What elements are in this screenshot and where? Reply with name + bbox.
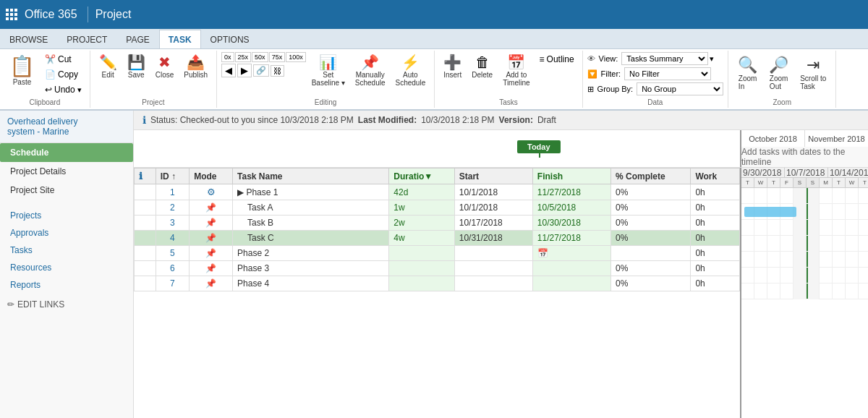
cell-mode: 📌 — [190, 261, 233, 276]
gantt-bar — [744, 207, 796, 217]
filter-select[interactable]: No Filter — [624, 67, 711, 80]
add-to-timeline-icon: 📅 — [507, 55, 525, 69]
cell-info — [135, 231, 156, 246]
gantt-cell — [780, 188, 793, 204]
col-header-work[interactable]: Work — [691, 169, 740, 184]
cell-info — [135, 276, 156, 291]
scale-50x-btn[interactable]: 50x — [252, 52, 268, 62]
cell-name[interactable]: Phase 2 — [233, 246, 389, 261]
paste-button[interactable]: 📋 Paste — [4, 52, 40, 88]
data-items: 👁 View: Tasks Summary ▾ 🔽 Filter: No Fil… — [587, 52, 724, 97]
edit-links-label: EDIT LINKS — [17, 299, 64, 310]
group-select[interactable]: No Group — [637, 82, 723, 95]
zoom-in-button[interactable]: 🔍 ZoomIn — [733, 52, 762, 94]
zoom-out-button[interactable]: 🔎 ZoomOut — [764, 52, 793, 94]
zoom-items: 🔍 ZoomIn 🔎 ZoomOut ⇥ Scroll toTask — [733, 52, 831, 97]
table-row[interactable]: 5 📌 Phase 2 📅 0h — [135, 246, 740, 261]
sidebar-link-tasks[interactable]: Tasks — [0, 242, 133, 259]
task-table: ℹ ID ↑ Mode Task Name Duratio▼ Start Fin… — [134, 168, 740, 291]
sidebar-link-projects[interactable]: Projects — [0, 207, 133, 224]
tab-page[interactable]: PAGE — [116, 30, 158, 48]
cell-name[interactable]: Task A — [233, 200, 389, 216]
close-button[interactable]: ✖ Close — [151, 52, 179, 82]
col-header-finish[interactable]: Finish — [532, 169, 610, 184]
add-to-timeline-button[interactable]: 📅 Add toTimeline — [498, 52, 534, 90]
sidebar-item-project-site[interactable]: Project Site — [0, 181, 133, 200]
col-header-duration[interactable]: Duratio▼ — [389, 169, 454, 184]
set-baseline-button[interactable]: 📊 SetBaseline ▾ — [307, 52, 349, 90]
table-row[interactable]: 4 📌 Task C 4w 10/31/2018 11/27/2018 0% 0… — [135, 231, 740, 246]
app-grid-icon[interactable] — [6, 9, 19, 20]
id-link[interactable]: 4 — [170, 233, 175, 243]
id-link[interactable]: 3 — [170, 218, 175, 228]
publish-button[interactable]: 📤 Publish — [179, 52, 212, 82]
delete-icon: 🗑 — [475, 55, 490, 69]
sidebar-item-project-details[interactable]: Project Details — [0, 162, 133, 181]
id-link[interactable]: 1 — [170, 187, 175, 197]
table-row[interactable]: 7 📌 Phase 4 0% 0h — [135, 276, 740, 291]
gantt-cell — [754, 252, 767, 268]
date-picker-icon[interactable]: 📅 — [537, 248, 548, 258]
table-row[interactable]: 1 ⚙ ▶ Phase 1 42d 10/1/2018 11/27/2018 0… — [135, 184, 740, 200]
pin-row-icon: 📌 — [205, 218, 216, 228]
tab-browse[interactable]: BROWSE — [0, 30, 57, 48]
auto-schedule-button[interactable]: ⚡ AutoSchedule — [391, 52, 430, 90]
sidebar-item-schedule[interactable]: Schedule — [0, 143, 133, 162]
filter-row: 🔽 Filter: No Filter — [587, 67, 724, 80]
cell-name[interactable]: ▶ Phase 1 — [233, 184, 389, 200]
scale-25x-btn[interactable]: 25x — [235, 52, 252, 62]
tab-task[interactable]: TASK — [159, 30, 201, 48]
col-header-name[interactable]: Task Name — [233, 169, 389, 184]
cell-info — [135, 216, 156, 231]
id-link[interactable]: 7 — [170, 278, 175, 289]
undo-button[interactable]: ↩ Undo▾ — [41, 82, 85, 97]
id-link[interactable]: 6 — [170, 263, 175, 273]
col-header-id[interactable]: ID ↑ — [156, 169, 189, 184]
manually-schedule-button[interactable]: 📌 ManuallySchedule — [351, 52, 390, 90]
today-label[interactable]: Today — [517, 140, 561, 153]
sidebar-link-resources[interactable]: Resources — [0, 259, 133, 276]
edit-button[interactable]: ✏️ Edit — [95, 52, 122, 82]
table-row[interactable]: 3 📌 Task B 2w 10/17/2018 10/30/2018 0% 0… — [135, 216, 740, 231]
id-link[interactable]: 2 — [170, 202, 175, 213]
sidebar-link-approvals[interactable]: Approvals — [0, 224, 133, 242]
scale-0x-btn[interactable]: 0x — [221, 52, 234, 62]
edit-links-button[interactable]: ✏ EDIT LINKS — [0, 294, 133, 315]
col-header-pct[interactable]: % Complete — [610, 169, 690, 184]
scroll-to-task-button[interactable]: ⇥ Scroll toTask — [795, 52, 831, 94]
task-name-indented: Task B — [237, 218, 273, 228]
sidebar-link-reports[interactable]: Reports — [0, 276, 133, 294]
save-button[interactable]: 💾 Save — [123, 52, 150, 82]
gantt-cell — [859, 236, 868, 252]
link-btn[interactable]: 🔗 — [253, 64, 269, 77]
pin-row-icon: 📌 — [205, 248, 216, 258]
view-select[interactable]: Tasks Summary — [621, 52, 708, 65]
scale-100x-btn[interactable]: 100x — [286, 52, 306, 62]
cell-name[interactable]: Phase 4 — [233, 276, 389, 291]
cell-name[interactable]: Task B — [233, 216, 389, 231]
cell-name[interactable]: Task C — [233, 231, 389, 246]
table-row[interactable]: 6 📌 Phase 3 0% 0h — [135, 261, 740, 276]
col-header-mode[interactable]: Mode — [190, 169, 233, 184]
set-baseline-icon: 📊 — [319, 55, 337, 69]
insert-button[interactable]: ➕ Insert — [439, 52, 466, 82]
unlink-btn[interactable]: ⛓ — [271, 65, 284, 77]
zoom-in-icon: 🔍 — [738, 56, 757, 74]
paste-label: Paste — [13, 78, 32, 86]
table-row[interactable]: 2 📌 Task A 1w 10/1/2018 10/5/2018 0% 0h — [135, 200, 740, 216]
today-button[interactable]: Today — [517, 140, 561, 153]
tab-options[interactable]: OPTIONS — [201, 30, 259, 48]
indent-right-btn[interactable]: ▶ — [237, 64, 252, 77]
delete-button[interactable]: 🗑 Delete — [467, 52, 497, 82]
outline-btn[interactable]: ≡ Outline — [536, 52, 578, 67]
indent-left-btn[interactable]: ◀ — [221, 64, 236, 77]
id-link[interactable]: 5 — [170, 248, 175, 258]
col-header-start[interactable]: Start — [454, 169, 532, 184]
tab-project[interactable]: PROJECT — [57, 30, 116, 48]
cut-button[interactable]: ✂️ Cut — [41, 52, 85, 67]
ribbon: 📋 Paste ✂️ Cut 📄 Copy ↩ Undo▾ Clipboard — [0, 49, 868, 111]
cell-name[interactable]: Phase 3 — [233, 261, 389, 276]
copy-button[interactable]: 📄 Copy — [41, 67, 85, 82]
cell-finish: 10/5/2018 — [532, 200, 610, 216]
scale-75x-btn[interactable]: 75x — [269, 52, 286, 62]
